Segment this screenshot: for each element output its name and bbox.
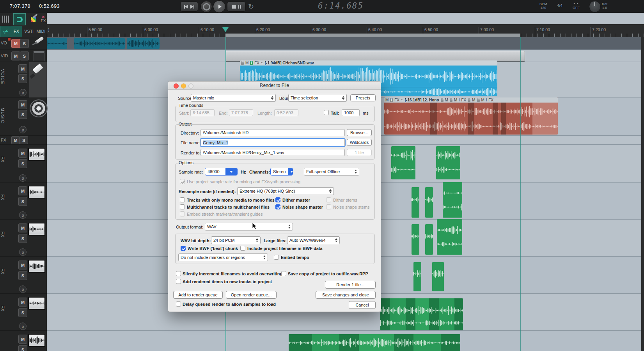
zoom-traffic-light[interactable] bbox=[188, 83, 193, 89]
noise-shape-master-checkbox[interactable] bbox=[275, 204, 280, 209]
item-mute-badge[interactable]: M bbox=[385, 98, 389, 102]
mute-button[interactable]: M bbox=[18, 149, 27, 158]
filename-input[interactable]: Geroy_Mix_1 bbox=[200, 139, 345, 146]
item-fx-badge[interactable]: FX bbox=[488, 98, 493, 102]
embed-tempo-checkbox[interactable] bbox=[274, 255, 279, 260]
grid-icon[interactable] bbox=[1, 14, 11, 24]
loop-icon[interactable]: ↻ bbox=[248, 2, 254, 11]
time-selection-band[interactable] bbox=[225, 34, 520, 37]
solo-button[interactable]: S bbox=[18, 345, 27, 351]
track-fx6[interactable]: M S bbox=[0, 330, 47, 351]
cut-tool-button[interactable]: ✂ bbox=[0, 26, 12, 37]
time-signature[interactable]: 4/4 bbox=[557, 4, 562, 8]
audio-item[interactable] bbox=[127, 38, 160, 49]
solo-button[interactable]: S bbox=[18, 159, 27, 168]
fx-audio-item[interactable]: FX~MiFXMiMMiFX bbox=[380, 298, 463, 330]
waveform-thumbnail[interactable] bbox=[28, 223, 45, 236]
phase-button[interactable]: ø bbox=[19, 174, 27, 182]
close-traffic-light[interactable] bbox=[174, 83, 179, 89]
source-dropdown[interactable]: Master mix bbox=[191, 94, 276, 102]
fx-audio-item[interactable] bbox=[432, 262, 444, 291]
tail-input[interactable]: 1000 bbox=[342, 109, 360, 116]
item-fx-badge[interactable]: FX bbox=[394, 98, 399, 102]
solo-button[interactable]: S bbox=[18, 74, 27, 83]
fx-audio-item[interactable] bbox=[289, 334, 460, 351]
fx-toolbar-button[interactable]: FX bbox=[11, 26, 22, 37]
playhead-marker[interactable] bbox=[222, 27, 229, 32]
fx-audio-item[interactable] bbox=[412, 224, 419, 255]
cancel-button[interactable]: Cancel bbox=[349, 301, 376, 309]
start-input[interactable]: 6:14.685 bbox=[190, 109, 215, 116]
item-envelope-badge[interactable]: ~ bbox=[401, 98, 403, 102]
dialog-titlebar[interactable]: Render to File bbox=[168, 82, 381, 90]
resample-dropdown[interactable]: Extreme HQ (768pt HQ Sinc) bbox=[237, 187, 334, 195]
edit-cursor-time[interactable]: 7:07.378 bbox=[10, 3, 30, 9]
open-queue-button[interactable]: Open render queue... bbox=[226, 291, 277, 299]
presets-button[interactable]: Presets bbox=[350, 94, 376, 101]
vertical-scrollbar[interactable] bbox=[641, 37, 644, 351]
mute-button[interactable]: M bbox=[18, 223, 27, 232]
channels-combo[interactable]: Stereo bbox=[270, 168, 293, 176]
waveform-thumbnail[interactable] bbox=[28, 186, 45, 199]
save-copy-checkbox[interactable] bbox=[281, 271, 286, 276]
phase-button[interactable]: ø bbox=[19, 248, 27, 256]
item-header[interactable]: M i FX ~ [-16.1dB] 12. Hono M M i FX M M… bbox=[384, 98, 558, 103]
track-fx1[interactable]: FX M S ø bbox=[0, 144, 47, 183]
tail-checkbox[interactable] bbox=[324, 110, 329, 115]
render-button[interactable]: Render 1 file... bbox=[325, 281, 376, 289]
audio-item[interactable] bbox=[74, 38, 125, 49]
waveform-thumbnail[interactable] bbox=[28, 260, 45, 273]
fx-audio-item[interactable] bbox=[425, 224, 433, 255]
solo-button[interactable]: S bbox=[18, 197, 27, 206]
track-fx4[interactable]: FX M S ø bbox=[0, 256, 47, 294]
item-info-badge[interactable]: i bbox=[390, 98, 393, 102]
length-input[interactable]: 0:52.693 bbox=[274, 109, 298, 116]
track-vid[interactable]: VID M S bbox=[0, 50, 47, 62]
increment-filenames-checkbox[interactable] bbox=[176, 271, 181, 276]
color-paint-button[interactable] bbox=[27, 14, 39, 25]
sample-rate-combo[interactable]: 48000 bbox=[205, 168, 238, 176]
mono-files-checkbox[interactable] bbox=[180, 197, 185, 202]
wildcards-button[interactable]: Wildcards bbox=[347, 139, 372, 146]
item-info-badge[interactable]: i bbox=[459, 98, 459, 102]
vsti-toolbar-button[interactable]: VSTi bbox=[23, 26, 35, 37]
item-mute-badge[interactable]: M bbox=[472, 98, 475, 102]
fx-audio-item[interactable]: M bbox=[443, 182, 462, 218]
item-mute-badge[interactable]: M bbox=[445, 98, 448, 102]
multichannel-checkbox[interactable] bbox=[180, 204, 185, 209]
item-mute-badge[interactable]: M bbox=[454, 98, 457, 102]
mute-button[interactable]: M bbox=[18, 298, 27, 307]
selection-length-time[interactable]: 0:52.693 bbox=[39, 3, 60, 9]
item-mute-badge[interactable]: M bbox=[245, 61, 248, 65]
solo-button[interactable]: S bbox=[20, 39, 29, 48]
mute-button[interactable]: M bbox=[18, 335, 27, 344]
item-fx-badge[interactable]: FX bbox=[461, 98, 466, 102]
mute-button[interactable]: M bbox=[11, 136, 20, 144]
solo-button[interactable]: S bbox=[18, 308, 27, 317]
fx-audio-item[interactable]: M bbox=[436, 146, 460, 179]
waveform-thumbnail[interactable] bbox=[28, 334, 45, 347]
add-rendered-checkbox[interactable] bbox=[176, 279, 181, 284]
snap-magnet-button[interactable] bbox=[13, 13, 26, 25]
solo-button[interactable]: S bbox=[20, 136, 28, 144]
go-start-icon[interactable] bbox=[184, 5, 188, 9]
metronome-toggle[interactable]: • • OFF bbox=[573, 2, 580, 10]
stop-icon[interactable] bbox=[232, 5, 236, 9]
track-fx2[interactable]: FX M S ø bbox=[0, 182, 47, 220]
transport-prev-next-group[interactable] bbox=[180, 2, 198, 12]
item-info-badge[interactable]: i bbox=[486, 98, 487, 102]
bit-depth-dropdown[interactable]: 24 bit PCM bbox=[211, 236, 261, 244]
add-to-queue-button[interactable]: Add to render queue bbox=[173, 291, 223, 299]
item-mute-badge[interactable]: M bbox=[481, 98, 484, 102]
fx-audio-item[interactable]: M bbox=[437, 219, 462, 255]
render-to-input[interactable]: /Volumes/Macintosh HD/Geroy_Mix_1.wav bbox=[200, 149, 345, 156]
phase-button[interactable]: ø bbox=[19, 323, 27, 330]
fx-audio-item[interactable] bbox=[412, 187, 419, 218]
track-fx3[interactable]: FX M S ø bbox=[0, 219, 47, 257]
output-format-dropdown[interactable]: WAV bbox=[205, 223, 293, 230]
track-vo[interactable]: VO M S bbox=[0, 37, 47, 50]
track-fx5[interactable]: FX M S ø bbox=[0, 293, 47, 331]
markers-dropdown[interactable]: Do not include markers or regions bbox=[178, 254, 268, 261]
empty-item[interactable] bbox=[225, 51, 525, 62]
item-info-badge[interactable]: i bbox=[250, 61, 253, 65]
